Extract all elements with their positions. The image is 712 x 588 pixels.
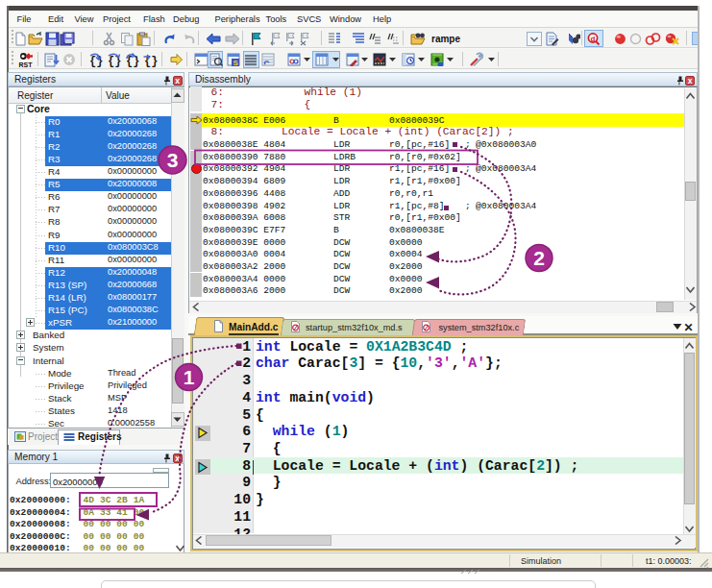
svg-text:2: 2 (533, 247, 545, 269)
svg-text:3: 3 (167, 149, 179, 171)
svg-text:1: 1 (184, 366, 195, 388)
